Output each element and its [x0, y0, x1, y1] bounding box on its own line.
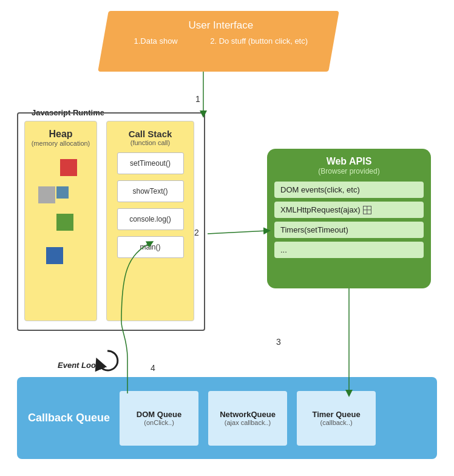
callstack-title: Call Stack — [107, 129, 194, 139]
ui-title: User Interface — [106, 19, 336, 32]
queue-item-0: DOM Queue (onClick..) — [120, 391, 198, 446]
api-item-1: XMLHttpRequest(ajax) — [274, 202, 424, 218]
api-item-3: ... — [274, 242, 424, 258]
heap-sq-green — [56, 214, 73, 231]
heap-title: Heap — [25, 129, 97, 140]
callback-label: Callback Queue — [28, 412, 110, 425]
webapis-box: Web APIS (Browser provided) DOM events(c… — [267, 149, 431, 288]
stack-item-0: setTimeout() — [117, 152, 184, 174]
svg-line-3 — [208, 231, 267, 234]
heap-sq-red — [60, 159, 77, 176]
stack-item-2: console.log() — [117, 208, 184, 230]
heap-sq-blue1 — [56, 186, 69, 199]
queue-item-1: NetworkQueue (ajax callback..) — [208, 391, 287, 446]
event-loop-icon — [94, 347, 121, 374]
heap-sq-gray — [38, 186, 55, 203]
stack-item-1: showText() — [117, 180, 184, 202]
webapis-title: Web APIS — [274, 156, 424, 167]
arrow-num-4: 4 — [151, 363, 155, 373]
api-item-2: Timers(setTimeout) — [274, 222, 424, 238]
js-runtime: Heap (memory allocation) Call Stack (fun… — [17, 112, 205, 331]
cross-icon — [363, 206, 371, 214]
heap-subtitle: (memory allocation) — [25, 140, 97, 147]
diagram: User Interface 1.Data show 2. Do stuff (… — [0, 0, 454, 476]
arrow-num-1: 1 — [195, 94, 200, 104]
callstack-box: Call Stack (function call) setTimeout() … — [106, 121, 194, 321]
callstack-subtitle: (function call) — [107, 139, 194, 146]
ui-item2: 2. Do stuff (button click, etc) — [210, 36, 308, 46]
heap-squares — [25, 153, 97, 305]
stack-item-3: main() — [117, 236, 184, 258]
heap-sq-blue2 — [46, 247, 63, 264]
api-item-0: DOM events(click, etc) — [274, 182, 424, 198]
webapis-subtitle: (Browser provided) — [274, 167, 424, 175]
arrow-num-3: 3 — [276, 337, 281, 347]
api-item-1-text: XMLHttpRequest(ajax) — [280, 205, 361, 214]
callback-queue: Callback Queue DOM Queue (onClick..) Net… — [17, 377, 437, 459]
ui-item1: 1.Data show — [134, 36, 177, 46]
ui-box: User Interface 1.Data show 2. Do stuff (… — [98, 11, 339, 72]
heap-box: Heap (memory allocation) — [24, 121, 97, 321]
queue-item-2: Timer Queue (callback..) — [297, 391, 376, 446]
